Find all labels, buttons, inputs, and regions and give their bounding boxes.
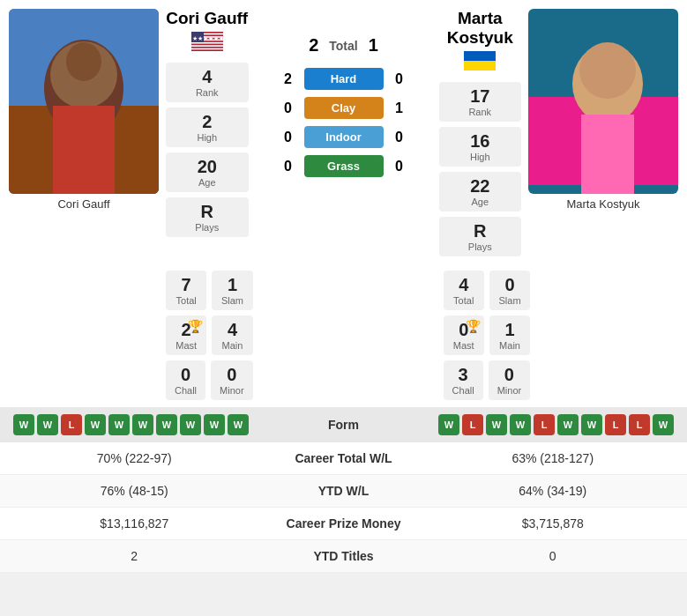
svg-rect-21 [581,115,634,194]
comparison-rows: 70% (222-97) Career Total W/L 63% (218-1… [0,442,687,573]
hard-right: 0 [391,71,408,87]
comp-center-3: YTD Titles [256,549,432,563]
grass-right: 0 [391,159,408,174]
right-main-label: Main [499,340,520,351]
right-slam-label: Slam [499,295,521,306]
left-total-slam-row: 7 Total 1 Slam [166,268,253,313]
center-block: 2 Total 1 2 Hard 0 0 Clay 1 0 Indoor 0 [256,9,432,259]
comp-center-1: YTD W/L [256,484,432,498]
clay-left: 0 [280,100,297,116]
svg-rect-11 [191,45,223,47]
right-plays-val: R [474,221,486,241]
right-form-badge-3: W [510,414,531,435]
comp-left-1: 76% (48-15) [13,484,256,498]
left-sub-stats: 7 Total 1 Slam 2 Mast 🏆 4 Main [166,268,253,403]
comparison-row-2: $13,116,827 Career Prize Money $3,715,87… [0,508,687,540]
right-chall-val: 3 [459,365,468,385]
left-age-label: Age [198,177,216,188]
left-main-val: 4 [228,320,237,340]
right-player-photo [528,9,678,194]
form-label: Form [258,418,429,432]
svg-rect-4 [53,106,115,194]
right-sub-spacer [537,268,687,403]
hard-button: Hard [304,68,384,90]
grass-row: 0 Grass 0 [280,155,408,177]
ua-flag-icon [464,51,496,71]
comp-center-0: Career Total W/L [256,451,432,465]
right-high-val: 16 [470,131,489,152]
total-left: 2 [309,35,318,56]
left-form-badge-9: W [228,414,249,435]
main-container: Cori Gauff Cori Gauff ★★★★★★ [0,0,687,573]
left-form-badge-8: W [204,414,225,435]
form-section: WWLWWWWWWW Form WLWWLWWLLW [0,407,687,442]
svg-point-20 [579,42,636,99]
right-high-label: High [470,152,490,162]
left-mast-main-row: 2 Mast 🏆 4 Main [166,313,253,358]
right-mast-label: Mast [453,340,474,351]
right-age-block: 22 Age [439,172,522,212]
right-trophy-icon: 🏆 [466,319,481,333]
right-main-block: 1 Main [489,315,530,355]
left-player-name: Cori Gauff [166,9,249,28]
right-plays-label: Plays [468,241,492,252]
right-rank-val: 17 [470,86,489,107]
comp-left-3: 2 [13,549,256,563]
left-chall-val: 0 [181,365,190,385]
right-form-badge-0: W [438,414,459,435]
top-area: Cori Gauff Cori Gauff ★★★★★★ [0,0,687,268]
left-chall-label: Chall [175,385,197,396]
left-age-val: 20 [198,157,217,177]
right-form-badge-5: W [557,414,579,435]
right-player-label: Marta Kostyuk [528,197,678,211]
right-name-stats: MartaKostyuk 17 Rank 16 High [439,9,522,259]
right-total-val: 4 [459,275,468,295]
left-slam-block: 1 Slam [212,271,252,310]
right-player-name: MartaKostyuk [439,9,522,48]
svg-rect-12 [191,48,223,50]
right-minor-label: Minor [497,385,522,396]
right-photo-block: Marta Kostyuk [528,9,678,259]
left-main-block: 4 Main [212,315,252,355]
left-sub-spacer [9,268,159,403]
left-form-badge-0: W [13,414,34,435]
comp-center-2: Career Prize Money [256,516,432,531]
clay-button: Clay [304,97,384,119]
left-plays-label: Plays [195,222,219,233]
left-form-badge-7: W [180,414,201,435]
comp-left-0: 70% (222-97) [13,451,256,465]
comp-left-2: $13,116,827 [13,516,256,531]
left-total-val: 7 [182,275,191,295]
left-minor-label: Minor [220,385,244,396]
comp-right-0: 63% (218-127) [432,451,675,465]
comp-right-1: 64% (34-19) [432,484,675,498]
left-player-label: Cori Gauff [9,197,159,211]
left-age-block: 20 Age [166,152,249,192]
right-form-badge-9: W [653,414,674,435]
left-form-badges: WWLWWWWWWW [13,414,249,435]
left-high-label: High [197,132,217,143]
left-form-badge-3: W [85,414,106,435]
left-main-label: Main [222,340,243,351]
left-chall-minor-row: 0 Chall 0 Minor [166,358,253,403]
right-form-badge-1: L [462,414,483,435]
left-mast-block: 2 Mast 🏆 [166,315,206,355]
right-form-badge-6: W [581,414,602,435]
right-total-block: 4 Total [444,271,484,310]
left-plays-block: R Plays [166,197,249,237]
clay-right: 1 [391,100,408,116]
indoor-row: 0 Indoor 0 [280,126,408,148]
comparison-row-3: 2 YTD Titles 0 [0,540,687,573]
comparison-row-1: 76% (48-15) YTD W/L 64% (34-19) [0,475,687,508]
left-chall-block: 0 Chall [166,360,205,400]
total-right: 1 [369,35,378,56]
left-rank-val: 4 [202,67,212,87]
left-rank-label: Rank [196,87,219,98]
grass-left: 0 [280,159,297,174]
left-name-stats: Cori Gauff ★★★★★★ 4 Rank [166,9,249,259]
indoor-right: 0 [391,130,408,145]
comp-right-3: 0 [432,549,675,563]
right-slam-block: 0 Slam [489,271,530,310]
right-minor-block: 0 Minor [489,360,531,400]
right-mast-main-row: 0 Mast 🏆 1 Main [444,313,531,358]
